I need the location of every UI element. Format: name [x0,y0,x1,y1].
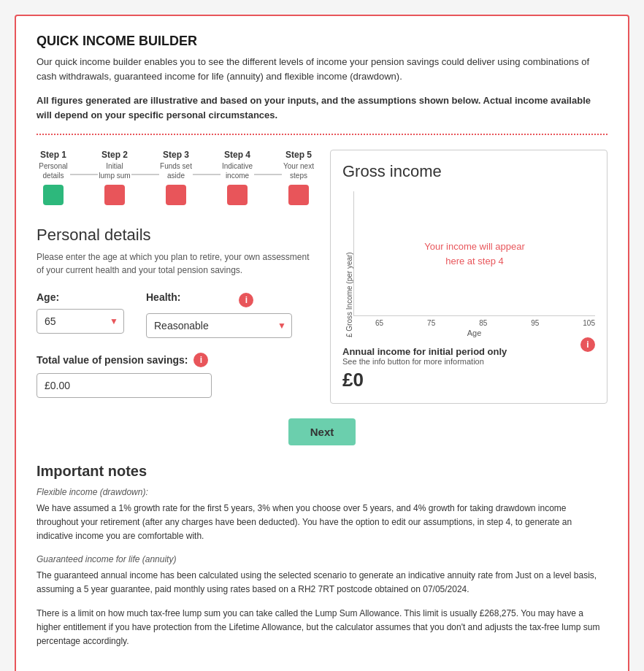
notes-section-0: Flexible income (drawdown): We have assu… [37,487,607,544]
page-subtitle: Our quick income builder enables you to … [37,55,607,83]
health-group: Health: i Reasonable Good Excellent Poor… [146,291,292,338]
notes-text-1: The guaranteed annual income has been ca… [37,569,607,597]
page-warning: All figures generated are illustrative a… [37,93,607,122]
health-select-wrapper: Reasonable Good Excellent Poor ▼ [146,313,292,338]
next-btn-row: Next [37,418,607,445]
next-button[interactable]: Next [288,418,356,445]
step-2: Step 2 Initial lump sum [98,150,131,205]
notes-text-2: There is a limit on how much tax-free lu… [37,607,607,649]
step-4-box[interactable] [227,185,248,205]
step-1-label: Step 1 [40,150,66,160]
connector-4 [254,174,282,175]
age-select-wrapper: 65 66 67 68 70 ▼ [37,309,124,334]
total-savings-label: Total value of pension savings: [37,354,188,366]
annual-income-value: £0 [342,369,507,391]
gross-income-panel: Gross income £ Gross Income (per year) Y… [330,150,607,404]
x-axis-title: Age [353,329,595,337]
x-axis-labels: 65 75 85 95 105 [353,319,595,327]
main-content-area: Step 1 Personal details Step 2 Initial l… [37,150,607,404]
divider [37,134,607,135]
chart-inner: Your income will appear here at step 4 [353,191,595,316]
age-label: Age: [37,291,124,303]
notes-section-2: There is a limit on how much tax-free lu… [37,607,607,649]
health-info-icon[interactable]: i [239,293,253,307]
steps-row: Step 1 Personal details Step 2 Initial l… [37,150,315,205]
step-5-box[interactable] [288,185,309,205]
step-5: Step 5 Your next steps [282,150,315,205]
age-select[interactable]: 65 66 67 68 70 [37,309,124,334]
gross-income-title: Gross income [342,162,595,181]
age-health-row: Age: 65 66 67 68 70 ▼ Health: [37,291,315,338]
personal-details-desc: Please enter the age at which you plan t… [37,250,315,277]
step-3-sub: Funds set aside [159,161,193,180]
step-5-label: Step 5 [285,150,312,160]
annual-income-title: Annual income for initial period only [342,346,507,357]
health-label: Health: [146,291,180,303]
connector-1 [70,174,98,175]
connector-2 [131,174,159,175]
step-1: Step 1 Personal details [37,150,70,205]
step-1-sub: Personal details [37,161,70,180]
left-panel: Step 1 Personal details Step 2 Initial l… [37,150,315,404]
step-2-sub: Initial lump sum [98,161,131,180]
step-3-box[interactable] [166,185,186,205]
step-5-sub: Your next steps [282,161,315,180]
age-group: Age: 65 66 67 68 70 ▼ [37,291,124,334]
step-2-box[interactable] [104,185,125,205]
total-savings-input[interactable] [37,373,212,398]
total-savings-header-row: Total value of pension savings: i [37,353,315,367]
annual-income-sub: See the info button for more information [342,357,507,366]
annual-income-info: Annual income for initial period only Se… [342,337,507,391]
health-select[interactable]: Reasonable Good Excellent Poor [146,313,292,338]
chart-area: £ Gross Income (per year) Your income wi… [342,191,595,337]
notes-heading-1: Guaranteed income for life (annuity) [37,554,607,564]
notes-section-1: Guaranteed income for life (annuity) The… [37,554,607,597]
step-2-label: Step 2 [101,150,128,160]
annual-income-info-icon[interactable]: i [580,337,595,352]
page-title: QUICK INCOME BUILDER [37,34,607,49]
chart-placeholder: Your income will appear here at step 4 [424,239,525,268]
main-container: QUICK INCOME BUILDER Our quick income bu… [15,15,629,671]
step-3-label: Step 3 [163,150,189,160]
step-1-box[interactable] [43,185,64,205]
step-4-label: Step 4 [224,150,250,160]
step-4-sub: Indicative income [221,161,254,180]
notes-heading-0: Flexible income (drawdown): [37,487,607,497]
y-axis-label: £ Gross Income (per year) [342,191,353,337]
total-savings-info-icon[interactable]: i [193,353,208,367]
step-4: Step 4 Indicative income [221,150,254,205]
step-3: Step 3 Funds set aside [159,150,193,205]
important-notes-title: Important notes [37,463,607,480]
notes-text-0: We have assumed a 1% growth rate for the… [37,502,607,544]
annual-income-row: Annual income for initial period only Se… [342,337,595,391]
connector-3 [193,174,221,175]
personal-details-title: Personal details [37,226,315,245]
